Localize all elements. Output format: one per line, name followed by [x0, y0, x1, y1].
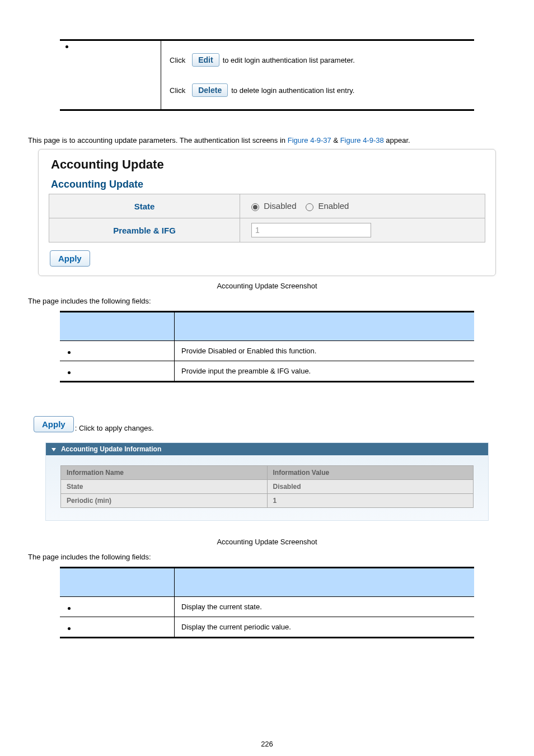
apply-note: Apply : Click to apply changes.	[34, 416, 506, 432]
radio-disabled-label: Disabled	[264, 201, 296, 211]
apply-note-text: : Click to apply changes.	[75, 424, 154, 432]
state-label: State	[49, 194, 240, 218]
field-desc: Provide Disabled or Enabled this functio…	[175, 341, 475, 361]
fields-intro-2: The page includes the following fields:	[28, 553, 506, 561]
info-row-value: 1	[267, 494, 474, 508]
edit-action-row: Click Edit to edit login authentication …	[170, 53, 466, 67]
intro-paragraph: This page is to accounting update parame…	[28, 136, 506, 144]
fields-table-2: Display the current state. Display the c…	[60, 567, 474, 638]
screenshot1-caption: Accounting Update Screenshot	[28, 282, 506, 290]
radio-disabled[interactable]	[251, 203, 259, 211]
field-desc: Display the current periodic value.	[175, 617, 475, 638]
apply-button[interactable]: Apply	[50, 250, 90, 267]
bullet-dot-icon	[65, 45, 68, 48]
preamble-label: Preamble & IFG	[49, 218, 240, 242]
bullet	[65, 41, 161, 49]
accounting-info-panel: Accounting Update Information Informatio…	[45, 442, 489, 521]
list-item	[60, 597, 175, 617]
info-th-name: Information Name	[61, 466, 268, 480]
panel-title: Accounting Update	[51, 157, 485, 172]
page-number: 226	[0, 740, 534, 748]
screenshot2-caption: Accounting Update Screenshot	[28, 538, 506, 546]
panel-bar[interactable]: Accounting Update Information	[46, 443, 488, 455]
info-row-name: Periodic (min)	[61, 494, 268, 508]
figure-link-37[interactable]: Figure 4-9-37	[288, 136, 331, 144]
list-item	[60, 341, 175, 361]
field-desc: Display the current state.	[175, 597, 475, 617]
bullet-dot-icon	[68, 607, 71, 610]
triangle-down-icon	[51, 448, 56, 451]
state-value-cell: Disabled Enabled	[240, 194, 485, 218]
delete-desc: to delete login authentication list entr…	[231, 86, 354, 95]
fields-table-1: Provide Disabled or Enabled this functio…	[60, 311, 474, 382]
info-table: Information Name Information Value State…	[60, 465, 474, 508]
panel-subtitle: Accounting Update	[51, 179, 485, 190]
apply-button[interactable]: Apply	[34, 416, 74, 432]
click-word: Click	[170, 56, 185, 64]
intro-prefix: This page is to accounting update parame…	[28, 136, 288, 144]
list-item	[60, 617, 175, 638]
top-actions-table: Click Edit to edit login authentication …	[60, 39, 474, 111]
info-row-value: Disabled	[267, 480, 474, 494]
settings-table: State Disabled Enabled Preamble & IFG 1	[49, 194, 485, 242]
delete-action-row: Click Delete to delete login authenticat…	[170, 83, 466, 97]
info-th-value: Information Value	[267, 466, 474, 480]
edit-button[interactable]: Edit	[192, 53, 219, 67]
panel-bar-title: Accounting Update Information	[61, 445, 161, 453]
intro-suffix: appear.	[386, 136, 410, 144]
preamble-input[interactable]: 1	[251, 223, 371, 237]
radio-enabled-label: Enabled	[318, 201, 349, 211]
bullet-dot-icon	[68, 351, 71, 354]
bullet-dot-icon	[68, 627, 71, 630]
click-word: Click	[170, 86, 185, 95]
info-row-name: State	[61, 480, 268, 494]
fields-intro-1: The page includes the following fields:	[28, 297, 506, 305]
delete-button[interactable]: Delete	[192, 83, 228, 97]
radio-enabled[interactable]	[306, 203, 313, 211]
edit-desc: to edit login authentication list parame…	[223, 56, 355, 64]
preamble-value-cell: 1	[240, 218, 485, 242]
field-desc: Provide input the preamble & IFG value.	[175, 361, 475, 382]
figure-link-38[interactable]: Figure 4-9-38	[340, 136, 384, 144]
bullet-dot-icon	[68, 371, 71, 374]
intro-sep: &	[333, 136, 340, 144]
accounting-update-panel: Accounting Update Accounting Update Stat…	[38, 149, 496, 276]
list-item	[60, 361, 175, 382]
